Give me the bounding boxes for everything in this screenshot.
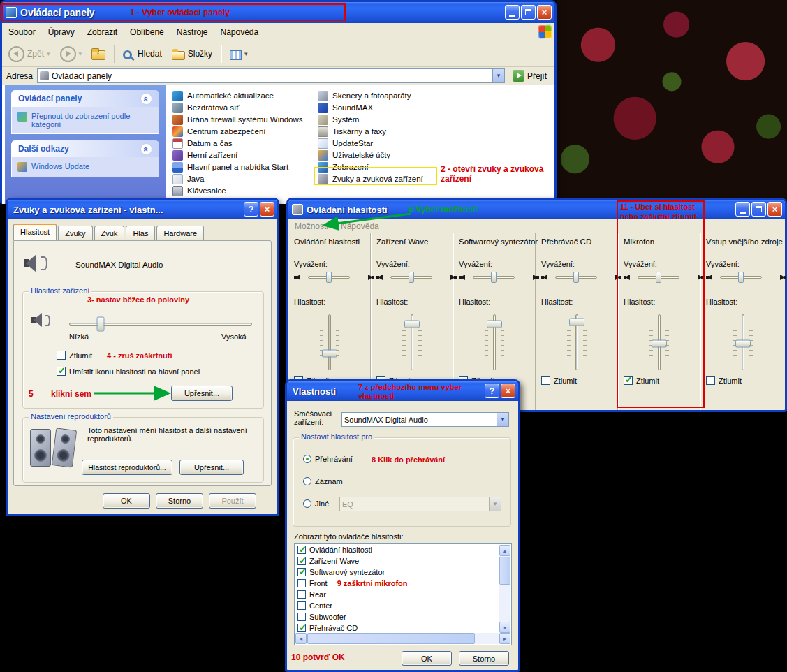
mute-checkbox[interactable]	[541, 376, 550, 385]
menu-zobrazit[interactable]: Zobrazit	[81, 27, 124, 37]
balance-slider-thumb[interactable]	[738, 272, 744, 283]
search-button[interactable]: Hledat	[119, 48, 166, 61]
volume-slider-thumb[interactable]	[735, 339, 751, 347]
item-soundmax[interactable]: SoundMAX	[318, 103, 423, 112]
link-windows-update[interactable]: Windows Update	[17, 162, 153, 172]
volume-slider[interactable]	[483, 314, 506, 370]
item-checkbox[interactable]	[297, 613, 306, 621]
scrollbar-thumb[interactable]	[307, 633, 475, 644]
volume-slider[interactable]	[318, 314, 341, 370]
collapse-chevron-icon[interactable]: «	[140, 143, 152, 155]
advanced-button[interactable]: Upřesnit...	[171, 386, 233, 401]
list-item-wave[interactable]: Zařízení Wave	[295, 555, 511, 567]
volume-slider[interactable]	[647, 314, 671, 370]
collapse-chevron-icon[interactable]: «	[140, 93, 152, 105]
scroll-left-button[interactable]: ◄	[295, 633, 307, 644]
forward-button[interactable]: ▾	[57, 45, 86, 64]
balance-slider[interactable]	[638, 276, 679, 279]
up-button[interactable]	[88, 46, 109, 61]
balance-slider[interactable]	[555, 276, 597, 279]
views-button[interactable]: ▾	[226, 47, 251, 61]
scroll-right-button[interactable]: ►	[499, 633, 510, 644]
speaker-advanced-button[interactable]: Upřesnit...	[179, 460, 244, 475]
tab-zvuk[interactable]: Zvuk	[94, 226, 125, 240]
balance-slider-thumb[interactable]	[491, 272, 497, 283]
address-dropdown-button[interactable]: ▼	[492, 69, 504, 82]
mute-checkbox[interactable]	[624, 376, 633, 385]
scroll-up-button[interactable]: ▲	[499, 545, 510, 556]
close-button[interactable]: ×	[767, 202, 782, 217]
balance-slider-thumb[interactable]	[326, 272, 332, 283]
volume-slider[interactable]	[400, 314, 424, 370]
list-item-rear[interactable]: Rear	[295, 589, 511, 600]
volume-slider-thumb[interactable]	[322, 350, 337, 358]
task-panel-header[interactable]: Další odkazy «	[11, 140, 159, 157]
menu-napoveda[interactable]: Nápověda	[214, 27, 265, 37]
balance-slider[interactable]	[390, 276, 432, 279]
ok-button[interactable]: OK	[103, 493, 150, 509]
balance-slider-thumb[interactable]	[409, 272, 414, 283]
ok-button[interactable]: OK	[402, 651, 452, 666]
tab-zvuky[interactable]: Zvuky	[58, 226, 92, 240]
playback-radio[interactable]	[303, 455, 311, 463]
balance-slider-thumb[interactable]	[573, 272, 579, 283]
volume-slider[interactable]	[731, 314, 755, 370]
menu-soubor[interactable]: Soubor	[2, 27, 42, 37]
item-centrum-zabezpeceni[interactable]: Centrum zabezpečení	[172, 126, 303, 136]
item-uzivatelske-ucty[interactable]: Uživatelské účty	[318, 150, 423, 160]
item-checkbox[interactable]	[297, 624, 306, 632]
volume-controls-list[interactable]: Ovládání hlasitosti Zařízení Wave Softwa…	[294, 543, 512, 645]
back-button[interactable]: Zpět ▾	[5, 45, 54, 64]
volume-slider-thumb[interactable]	[569, 319, 584, 326]
apply-button[interactable]: Použít	[209, 493, 256, 509]
tab-hlas[interactable]: Hlas	[126, 226, 155, 240]
balance-slider[interactable]	[308, 276, 350, 279]
task-panel-header[interactable]: Ovládací panely «	[11, 90, 159, 107]
cp-titlebar[interactable]: Ovládací panely 1 - Vyber ovládací panel…	[2, 2, 554, 23]
menu-nastroje[interactable]: Nástroje	[170, 27, 214, 37]
speaker-volume-button[interactable]: Hlasitost reproduktorů...	[82, 460, 172, 475]
help-button[interactable]: ?	[244, 202, 258, 217]
properties-titlebar[interactable]: Vlastnosti 7 z předchozího menu vyber vl…	[287, 381, 518, 401]
list-item-master[interactable]: Ovládání hlasitosti	[295, 544, 511, 555]
close-button[interactable]: ×	[537, 5, 552, 20]
mute-checkbox[interactable]	[706, 376, 715, 385]
list-item-front[interactable]: Front9 zaškrtni mikrofon	[295, 578, 511, 589]
item-automaticke-aktualizace[interactable]: Automatické aktualizace	[172, 91, 303, 101]
item-checkbox[interactable]	[297, 557, 306, 565]
go-button[interactable]: Přejít	[509, 68, 550, 83]
tray-icon-checkbox[interactable]	[57, 367, 66, 376]
menu-oblibene[interactable]: Oblíbené	[124, 27, 170, 37]
volume-slider-thumb[interactable]	[487, 321, 502, 328]
other-radio[interactable]	[303, 499, 311, 508]
vertical-scrollbar[interactable]: ▲ ▼	[499, 545, 510, 633]
item-checkbox[interactable]	[297, 546, 306, 554]
minimize-button[interactable]	[505, 5, 520, 20]
item-updatestar[interactable]: UpdateStar	[318, 138, 423, 148]
tab-hardware[interactable]: Hardware	[156, 226, 204, 240]
volume-slider[interactable]	[565, 314, 589, 370]
volume-slider-thumb[interactable]	[404, 321, 420, 328]
sounds-titlebar[interactable]: Zvuky a zvuková zařízení - vlastn... ? ×	[8, 200, 277, 219]
minimize-button[interactable]	[735, 202, 750, 217]
cancel-button[interactable]: Storno	[459, 651, 509, 666]
list-item-center[interactable]: Center	[295, 600, 511, 611]
item-checkbox[interactable]	[297, 579, 306, 587]
folders-button[interactable]: Složky	[168, 47, 216, 61]
help-button[interactable]: ?	[485, 384, 499, 398]
scrollbar-thumb[interactable]	[499, 557, 510, 585]
item-tiskarny[interactable]: Tiskárny a faxy	[318, 126, 423, 136]
item-datum-a-cas[interactable]: Datum a čas	[172, 138, 303, 148]
item-hlavni-panel[interactable]: Hlavní panel a nabídka Start	[172, 162, 303, 172]
tab-hlasitost[interactable]: Hlasitost	[13, 224, 57, 240]
mute-checkbox[interactable]	[57, 351, 66, 360]
list-item-synth[interactable]: Softwarový syntezátor	[295, 567, 511, 578]
close-button[interactable]: ×	[501, 384, 515, 398]
maximize-button[interactable]	[521, 5, 536, 20]
balance-slider[interactable]	[473, 276, 515, 279]
record-radio[interactable]	[303, 477, 311, 485]
link-switch-category-view[interactable]: Přepnout do zobrazení podle kategorií	[17, 112, 153, 129]
close-button[interactable]: ×	[260, 202, 274, 217]
item-herni-zarizeni[interactable]: Herní zařízení	[172, 150, 303, 160]
horizontal-scrollbar[interactable]: ◄ ►	[295, 633, 510, 644]
